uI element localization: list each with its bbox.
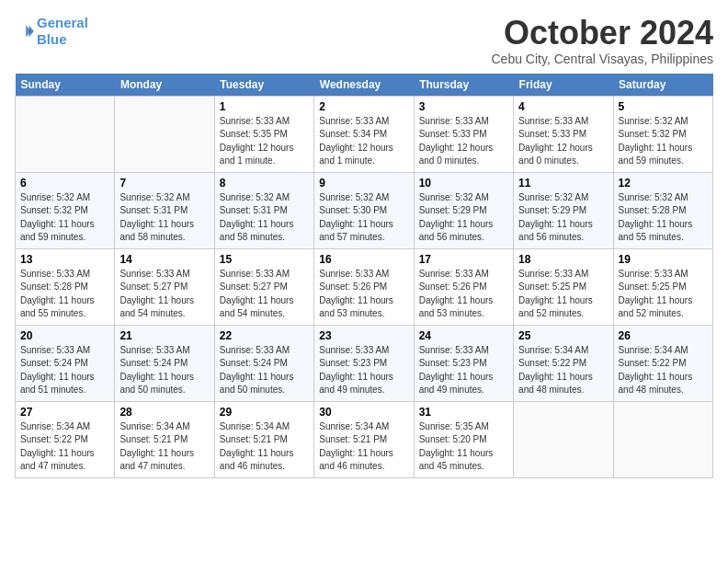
- day-number: 13: [20, 253, 109, 266]
- weekday-header-thursday: Thursday: [414, 74, 513, 97]
- calendar-cell: 15Sunrise: 5:33 AMSunset: 5:27 PMDayligh…: [214, 248, 313, 325]
- calendar-cell: 13Sunrise: 5:33 AMSunset: 5:28 PMDayligh…: [16, 248, 115, 325]
- day-number: 30: [319, 406, 408, 419]
- day-info: Sunrise: 5:33 AMSunset: 5:26 PMDaylight:…: [419, 268, 508, 321]
- day-number: 26: [619, 329, 708, 342]
- day-info: Sunrise: 5:33 AMSunset: 5:25 PMDaylight:…: [619, 268, 708, 321]
- day-info: Sunrise: 5:32 AMSunset: 5:32 PMDaylight:…: [20, 191, 109, 245]
- day-number: 15: [220, 253, 309, 266]
- day-info: Sunrise: 5:32 AMSunset: 5:28 PMDaylight:…: [619, 191, 708, 245]
- day-number: 4: [518, 100, 608, 113]
- calendar-cell: 28Sunrise: 5:34 AMSunset: 5:21 PMDayligh…: [115, 401, 214, 477]
- calendar-cell: 25Sunrise: 5:34 AMSunset: 5:22 PMDayligh…: [514, 325, 613, 401]
- calendar-cell: 26Sunrise: 5:34 AMSunset: 5:22 PMDayligh…: [613, 325, 712, 401]
- day-number: 2: [319, 100, 408, 113]
- calendar-cell: 8Sunrise: 5:32 AMSunset: 5:31 PMDaylight…: [214, 172, 313, 248]
- day-number: 3: [419, 100, 508, 113]
- day-info: Sunrise: 5:33 AMSunset: 5:33 PMDaylight:…: [518, 115, 608, 168]
- calendar-cell: [613, 401, 712, 477]
- day-number: 29: [220, 406, 309, 419]
- day-info: Sunrise: 5:32 AMSunset: 5:29 PMDaylight:…: [419, 191, 508, 245]
- day-info: Sunrise: 5:34 AMSunset: 5:22 PMDaylight:…: [20, 420, 109, 474]
- day-number: 22: [220, 329, 309, 342]
- day-info: Sunrise: 5:33 AMSunset: 5:27 PMDaylight:…: [119, 268, 209, 321]
- week-row-2: 6Sunrise: 5:32 AMSunset: 5:32 PMDaylight…: [16, 172, 713, 248]
- day-number: 28: [119, 406, 209, 419]
- day-number: 19: [619, 253, 708, 266]
- calendar-cell: 20Sunrise: 5:33 AMSunset: 5:24 PMDayligh…: [16, 325, 115, 401]
- day-info: Sunrise: 5:33 AMSunset: 5:23 PMDaylight:…: [419, 344, 508, 397]
- calendar-table: SundayMondayTuesdayWednesdayThursdayFrid…: [15, 74, 713, 478]
- day-info: Sunrise: 5:32 AMSunset: 5:31 PMDaylight:…: [220, 191, 309, 245]
- calendar-cell: 14Sunrise: 5:33 AMSunset: 5:27 PMDayligh…: [115, 248, 214, 325]
- day-info: Sunrise: 5:32 AMSunset: 5:32 PMDaylight:…: [619, 115, 708, 168]
- calendar-cell: 19Sunrise: 5:33 AMSunset: 5:25 PMDayligh…: [613, 248, 712, 325]
- day-info: Sunrise: 5:32 AMSunset: 5:31 PMDaylight:…: [119, 191, 209, 245]
- day-info: Sunrise: 5:33 AMSunset: 5:24 PMDaylight:…: [220, 344, 309, 397]
- weekday-header-tuesday: Tuesday: [214, 74, 313, 97]
- day-number: 21: [119, 329, 209, 342]
- day-number: 31: [419, 406, 508, 419]
- calendar-cell: 12Sunrise: 5:32 AMSunset: 5:28 PMDayligh…: [613, 172, 712, 248]
- calendar-cell: 24Sunrise: 5:33 AMSunset: 5:23 PMDayligh…: [414, 325, 513, 401]
- weekday-header-friday: Friday: [514, 74, 613, 97]
- calendar-cell: 1Sunrise: 5:33 AMSunset: 5:35 PMDaylight…: [214, 96, 313, 172]
- day-number: 16: [319, 253, 408, 266]
- week-row-1: 1Sunrise: 5:33 AMSunset: 5:35 PMDaylight…: [16, 96, 713, 172]
- page-header: General Blue October 2024 Cebu City, Cen…: [15, 15, 713, 66]
- day-info: Sunrise: 5:34 AMSunset: 5:22 PMDaylight:…: [518, 344, 608, 397]
- calendar-cell: 6Sunrise: 5:32 AMSunset: 5:32 PMDaylight…: [16, 172, 115, 248]
- day-info: Sunrise: 5:33 AMSunset: 5:35 PMDaylight:…: [220, 115, 309, 168]
- calendar-cell: 21Sunrise: 5:33 AMSunset: 5:24 PMDayligh…: [115, 325, 214, 401]
- month-title: October 2024: [492, 15, 714, 52]
- day-info: Sunrise: 5:34 AMSunset: 5:21 PMDaylight:…: [319, 420, 408, 474]
- weekday-header-row: SundayMondayTuesdayWednesdayThursdayFrid…: [16, 74, 713, 97]
- weekday-header-wednesday: Wednesday: [314, 74, 414, 97]
- day-info: Sunrise: 5:34 AMSunset: 5:21 PMDaylight:…: [119, 420, 209, 474]
- day-info: Sunrise: 5:33 AMSunset: 5:26 PMDaylight:…: [319, 268, 408, 321]
- day-number: 14: [119, 253, 209, 266]
- calendar-cell: 11Sunrise: 5:32 AMSunset: 5:29 PMDayligh…: [514, 172, 613, 248]
- title-area: October 2024 Cebu City, Central Visayas,…: [492, 15, 714, 66]
- logo-icon: [15, 21, 35, 41]
- week-row-4: 20Sunrise: 5:33 AMSunset: 5:24 PMDayligh…: [16, 325, 713, 401]
- calendar-cell: 9Sunrise: 5:32 AMSunset: 5:30 PMDaylight…: [314, 172, 414, 248]
- day-number: 24: [419, 329, 508, 342]
- calendar-cell: 3Sunrise: 5:33 AMSunset: 5:33 PMDaylight…: [414, 96, 513, 172]
- day-number: 17: [419, 253, 508, 266]
- day-number: 5: [619, 100, 708, 113]
- weekday-header-saturday: Saturday: [613, 74, 712, 97]
- calendar-cell: 5Sunrise: 5:32 AMSunset: 5:32 PMDaylight…: [613, 96, 712, 172]
- calendar-cell: 22Sunrise: 5:33 AMSunset: 5:24 PMDayligh…: [214, 325, 313, 401]
- logo-text: General Blue: [37, 15, 88, 48]
- calendar-cell: 18Sunrise: 5:33 AMSunset: 5:25 PMDayligh…: [514, 248, 613, 325]
- day-info: Sunrise: 5:33 AMSunset: 5:24 PMDaylight:…: [119, 344, 209, 397]
- day-info: Sunrise: 5:32 AMSunset: 5:30 PMDaylight:…: [319, 191, 408, 245]
- calendar-cell: 10Sunrise: 5:32 AMSunset: 5:29 PMDayligh…: [414, 172, 513, 248]
- calendar-cell: 16Sunrise: 5:33 AMSunset: 5:26 PMDayligh…: [314, 248, 414, 325]
- day-number: 27: [20, 406, 109, 419]
- day-number: 20: [20, 329, 109, 342]
- calendar-cell: [115, 96, 214, 172]
- calendar-cell: [514, 401, 613, 477]
- calendar-cell: 23Sunrise: 5:33 AMSunset: 5:23 PMDayligh…: [314, 325, 414, 401]
- day-info: Sunrise: 5:33 AMSunset: 5:33 PMDaylight:…: [419, 115, 508, 168]
- day-number: 8: [220, 177, 309, 190]
- calendar-cell: 17Sunrise: 5:33 AMSunset: 5:26 PMDayligh…: [414, 248, 513, 325]
- calendar-cell: 4Sunrise: 5:33 AMSunset: 5:33 PMDaylight…: [514, 96, 613, 172]
- day-number: 25: [518, 329, 608, 342]
- calendar-cell: 30Sunrise: 5:34 AMSunset: 5:21 PMDayligh…: [314, 401, 414, 477]
- week-row-5: 27Sunrise: 5:34 AMSunset: 5:22 PMDayligh…: [16, 401, 713, 477]
- weekday-header-monday: Monday: [115, 74, 214, 97]
- day-number: 18: [518, 253, 608, 266]
- day-info: Sunrise: 5:33 AMSunset: 5:23 PMDaylight:…: [319, 344, 408, 397]
- day-number: 12: [619, 177, 708, 190]
- day-info: Sunrise: 5:33 AMSunset: 5:27 PMDaylight:…: [220, 268, 309, 321]
- weekday-header-sunday: Sunday: [16, 74, 115, 97]
- location-subtitle: Cebu City, Central Visayas, Philippines: [492, 52, 714, 66]
- day-number: 1: [220, 100, 309, 113]
- day-info: Sunrise: 5:33 AMSunset: 5:28 PMDaylight:…: [20, 268, 109, 321]
- day-info: Sunrise: 5:33 AMSunset: 5:25 PMDaylight:…: [518, 268, 608, 321]
- day-number: 6: [20, 177, 109, 190]
- day-number: 9: [319, 177, 408, 190]
